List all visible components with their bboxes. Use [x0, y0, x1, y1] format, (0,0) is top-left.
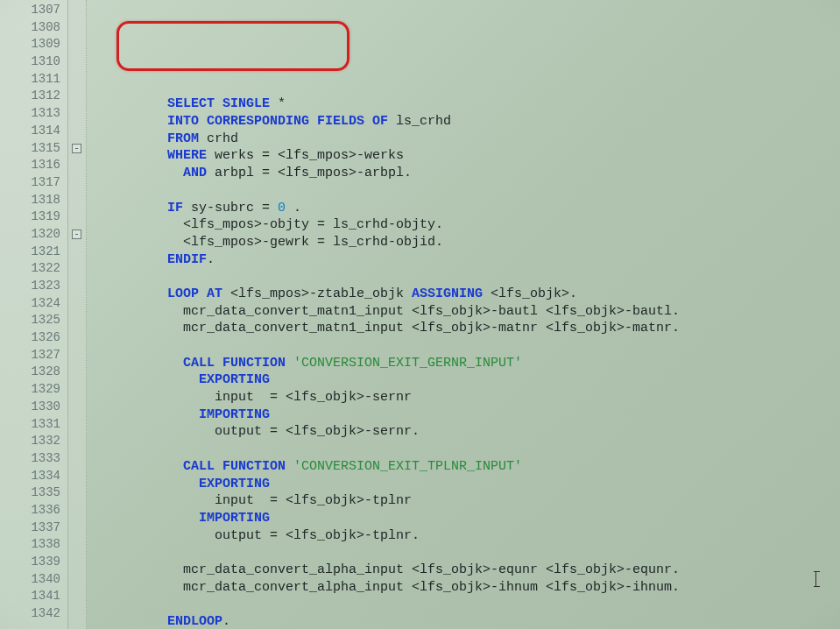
code-line[interactable]: IMPORTING	[88, 406, 840, 424]
code-line[interactable]: ENDIF.	[88, 251, 840, 269]
code-line[interactable]: SELECT SINGLE *	[88, 95, 840, 113]
code-line[interactable]	[88, 441, 840, 458]
code-line[interactable]: <lfs_mpos>-objty = ls_crhd-objty.	[88, 216, 840, 234]
line-number: 1314	[0, 123, 67, 140]
code-line[interactable]: CALL FUNCTION 'CONVERSION_EXIT_TPLNR_INP…	[88, 458, 840, 476]
line-number: 1333	[0, 450, 67, 468]
line-number: 1341	[0, 588, 67, 605]
code-line[interactable]	[88, 182, 840, 200]
code-line[interactable]: mcr_data_convert_matn1_input <lfs_objk>-…	[88, 320, 840, 337]
line-number: 1315	[0, 140, 67, 158]
line-number: 1313	[0, 105, 67, 123]
line-number: 1319	[0, 208, 67, 226]
code-line[interactable]: AND arbpl = <lfs_mpos>-arbpl.	[88, 165, 840, 182]
line-number: 1337	[0, 519, 67, 537]
line-number: 1331	[0, 416, 67, 434]
code-line[interactable]: input = <lfs_objk>-sernr	[88, 389, 840, 406]
line-number: 1334	[0, 468, 67, 485]
line-number: 1321	[0, 244, 67, 261]
code-line[interactable]: ENDLOOP.	[88, 613, 840, 629]
line-number: 1340	[0, 571, 67, 589]
code-line[interactable]	[88, 268, 840, 286]
code-line[interactable]: INTO CORRESPONDING FIELDS OF ls_crhd	[88, 113, 840, 131]
line-number: 1328	[0, 364, 67, 381]
code-line[interactable]	[88, 61, 840, 79]
code-line[interactable]: <lfs_mpos>-gewrk = ls_crhd-objid.	[88, 234, 840, 251]
code-line[interactable]: FROM crhd	[88, 131, 840, 148]
line-number: 1318	[0, 192, 67, 209]
line-number: 1308	[0, 19, 67, 37]
code-line[interactable]: IMPORTING	[88, 510, 840, 527]
line-number: 1327	[0, 347, 67, 364]
code-line[interactable]: EXPORTING	[88, 371, 840, 389]
line-number: 1332	[0, 433, 67, 450]
code-line[interactable]: mcr_data_convert_matn1_input <lfs_objk>-…	[88, 303, 840, 321]
code-line[interactable]: LOOP AT <lfs_mpos>-ztable_objk ASSIGNING…	[88, 286, 840, 303]
code-line[interactable]: input = <lfs_objk>-tplnr	[88, 492, 840, 510]
code-editor[interactable]: 1307130813091310131113121313131413151316…	[0, 0, 840, 629]
code-line[interactable]: output = <lfs_objk>-tplnr.	[88, 527, 840, 545]
line-number: 1311	[0, 71, 67, 88]
line-number: 1322	[0, 260, 67, 278]
line-number: 1325	[0, 312, 67, 329]
line-number: 1310	[0, 53, 67, 71]
code-line[interactable]	[88, 79, 840, 96]
code-line[interactable]: IF sy-subrc = 0 .	[88, 200, 840, 217]
code-line[interactable]: mcr_data_convert_alpha_input <lfs_objk>-…	[88, 562, 840, 579]
code-line[interactable]: EXPORTING	[88, 476, 840, 493]
line-number: 1320	[0, 226, 67, 244]
code-line[interactable]: CALL FUNCTION 'CONVERSION_EXIT_GERNR_INP…	[88, 355, 840, 372]
line-number-gutter: 1307130813091310131113121313131413151316…	[0, 0, 68, 629]
code-line[interactable]: output = <lfs_objk>-sernr.	[88, 423, 840, 441]
line-number: 1307	[0, 2, 67, 19]
line-number: 1317	[0, 174, 67, 192]
code-line[interactable]	[88, 337, 840, 355]
line-number: 1323	[0, 278, 67, 295]
line-number: 1329	[0, 381, 67, 399]
line-number: 1316	[0, 157, 67, 174]
code-line[interactable]: WHERE werks = <lfs_mpos>-werks	[88, 147, 840, 165]
code-line[interactable]	[88, 544, 840, 562]
line-number: 1326	[0, 329, 67, 347]
fold-toggle-icon[interactable]: -	[72, 144, 81, 153]
fold-toggle-icon[interactable]: -	[72, 230, 81, 239]
text-caret	[815, 571, 817, 587]
line-number: 1336	[0, 502, 67, 519]
code-line[interactable]	[88, 596, 840, 613]
line-number: 1324	[0, 295, 67, 313]
line-number: 1342	[0, 605, 67, 623]
line-number: 1335	[0, 484, 67, 502]
line-number: 1312	[0, 88, 67, 105]
fold-column[interactable]: --	[68, 0, 87, 629]
code-line[interactable]: mcr_data_convert_alpha_input <lfs_objk>-…	[88, 579, 840, 597]
line-number: 1309	[0, 36, 67, 53]
line-number: 1339	[0, 554, 67, 571]
line-number: 1330	[0, 399, 67, 416]
code-area[interactable]: SELECT SINGLE * INTO CORRESPONDING FIELD…	[87, 0, 840, 629]
line-number: 1338	[0, 536, 67, 554]
